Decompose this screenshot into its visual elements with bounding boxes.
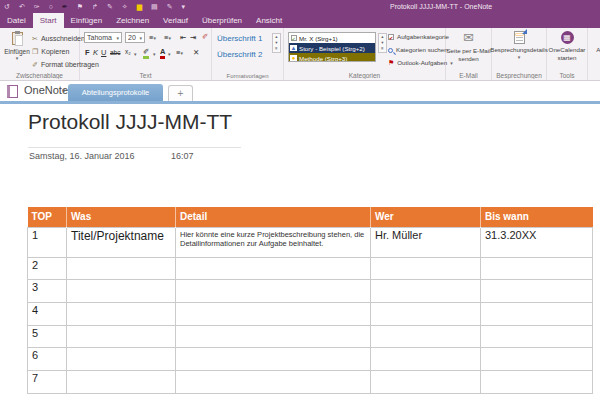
section-tab-abteilungsprotokolle[interactable]: Abteilungsprotokolle bbox=[68, 84, 163, 101]
pen-icon[interactable]: ✎ bbox=[107, 0, 113, 13]
header-top[interactable]: TOP bbox=[28, 207, 67, 227]
cell-top[interactable]: 2 bbox=[28, 257, 67, 280]
outlook-tasks-button[interactable]: ⚑Outlook-Aufgaben▾ bbox=[388, 58, 453, 68]
header-detail[interactable]: Detail bbox=[176, 207, 371, 227]
bold-button[interactable]: F bbox=[85, 48, 90, 57]
numbered-list-button[interactable]: ≡▾ bbox=[164, 33, 171, 42]
spin-more-icon: ≡ bbox=[379, 46, 386, 52]
notebook-dropdown-icon[interactable]: ▾ bbox=[62, 87, 66, 95]
cell-bis[interactable] bbox=[481, 280, 593, 303]
tab-start[interactable]: Start bbox=[33, 13, 64, 28]
cell-top[interactable]: 4 bbox=[28, 302, 67, 325]
styles-spinner[interactable]: ▴ ▾ ≡ bbox=[272, 33, 281, 53]
category-mrx[interactable]: ✔ Mr. X (Strg+1) bbox=[289, 33, 375, 43]
flag-icon[interactable]: ⚑ bbox=[77, 0, 83, 13]
font-size-select[interactable]: 20 ▾ bbox=[125, 32, 145, 43]
cell-detail[interactable] bbox=[176, 302, 371, 325]
cell-bis[interactable]: 31.3.20XX bbox=[481, 227, 593, 257]
outdent-button[interactable]: ⇤ bbox=[180, 33, 186, 42]
cell-bis[interactable] bbox=[481, 348, 593, 371]
cell-detail[interactable] bbox=[176, 280, 371, 303]
black-pen-icon[interactable]: ✒ bbox=[62, 0, 68, 13]
cell-wer[interactable]: Hr. Müller bbox=[371, 227, 481, 257]
tab-verlauf[interactable]: Verlauf bbox=[156, 13, 195, 28]
email-page-button[interactable]: ✉ Seite per E-Mail senden bbox=[446, 31, 491, 62]
page-title[interactable]: Protokoll JJJJ-MM-TT bbox=[28, 110, 232, 134]
style-ueberschrift1[interactable]: Überschrift 1 bbox=[217, 34, 262, 43]
task-category-button[interactable]: ✔Aufgabenkategorie bbox=[388, 32, 453, 42]
script-dropdown-icon[interactable]: ▾ bbox=[134, 51, 137, 57]
cell-wer[interactable] bbox=[371, 257, 481, 280]
category-methode[interactable]: ● Methode (Strg+3) bbox=[289, 53, 375, 62]
favorite-pen-icon[interactable]: ✑ bbox=[34, 0, 40, 13]
cell-wer[interactable] bbox=[371, 348, 481, 371]
bullet-list-button[interactable]: ≡▾ bbox=[149, 33, 156, 42]
paragraph-align-button[interactable]: ≡▾ bbox=[176, 48, 183, 57]
move-page-icon[interactable]: ↱ bbox=[92, 0, 98, 13]
strikethrough-button[interactable]: abc bbox=[110, 49, 120, 56]
undo-icon[interactable]: ↶ bbox=[19, 0, 25, 13]
text-highlight-dropdown-icon[interactable]: ▾ bbox=[153, 51, 156, 57]
cell-detail[interactable] bbox=[176, 257, 371, 280]
style-ueberschrift2[interactable]: Überschrift 2 bbox=[217, 50, 262, 59]
cell-was[interactable] bbox=[67, 302, 176, 325]
header-was[interactable]: Was bbox=[67, 207, 176, 227]
cell-was[interactable] bbox=[67, 280, 176, 303]
pen-gallery-icon[interactable]: ✎ bbox=[167, 0, 173, 13]
category-methode-label: Methode (Strg+3) bbox=[299, 55, 347, 62]
text-highlight-button[interactable]: ✐ bbox=[143, 47, 149, 59]
cell-was[interactable] bbox=[67, 348, 176, 371]
font-color-button[interactable]: A bbox=[160, 47, 165, 59]
category-story[interactable]: ▲ Story - Beispiel (Strg+2) bbox=[289, 43, 375, 53]
cell-bis[interactable] bbox=[481, 370, 593, 393]
highlighter-icon[interactable]: ▆ bbox=[137, 0, 142, 13]
tab-zeichnen[interactable]: Zeichnen bbox=[109, 13, 156, 28]
cell-top[interactable]: 5 bbox=[28, 325, 67, 348]
indent-button[interactable]: ⇥ bbox=[190, 33, 196, 42]
cell-was[interactable]: Titel/Projektname bbox=[67, 227, 176, 257]
cell-was[interactable] bbox=[67, 370, 176, 393]
clear-formatting-button[interactable]: ✕ bbox=[193, 48, 199, 57]
cell-wer[interactable] bbox=[371, 370, 481, 393]
tab-ansicht[interactable]: Ansicht bbox=[249, 13, 289, 28]
underline-button[interactable]: U bbox=[101, 48, 106, 57]
find-tags-button[interactable]: Kategorien suchen bbox=[388, 45, 453, 55]
cell-detail[interactable] bbox=[176, 348, 371, 371]
cell-wer[interactable] bbox=[371, 325, 481, 348]
cell-detail[interactable] bbox=[176, 370, 371, 393]
cell-wer[interactable] bbox=[371, 302, 481, 325]
cell-detail[interactable]: Hier könnte eine kurze Projektbeschreibu… bbox=[176, 227, 371, 257]
cell-top[interactable]: 6 bbox=[28, 348, 67, 371]
cell-bis[interactable] bbox=[481, 325, 593, 348]
cell-bis[interactable] bbox=[481, 302, 593, 325]
font-name-select[interactable]: Tahoma ▾ bbox=[84, 32, 122, 43]
cell-top[interactable]: 3 bbox=[28, 280, 67, 303]
cell-bis[interactable] bbox=[481, 257, 593, 280]
cell-top[interactable]: 1 bbox=[28, 227, 67, 257]
meeting-details-button[interactable]: Besprechungsdetails ▾ bbox=[492, 31, 546, 60]
tab-datei[interactable]: Datei bbox=[0, 13, 33, 28]
header-bis-wann[interactable]: Bis wann bbox=[481, 207, 593, 227]
highlight-pen-icon[interactable]: ✐ bbox=[202, 32, 208, 41]
table-row: 2 bbox=[28, 257, 593, 280]
notebook-icon[interactable]: ▤ bbox=[151, 0, 158, 13]
italic-button[interactable]: K bbox=[93, 48, 98, 57]
tab-ueberpruefen[interactable]: Überprüfen bbox=[195, 13, 249, 28]
onecalendar-button[interactable]: ▦ OneCalendar starten bbox=[547, 31, 587, 61]
font-color-dropdown-icon[interactable]: ▾ bbox=[168, 51, 171, 57]
cell-detail[interactable] bbox=[176, 325, 371, 348]
lasso-select-icon[interactable]: ○ bbox=[49, 0, 53, 13]
qat-customize-icon[interactable]: ▾ bbox=[182, 0, 186, 13]
add-section-tab[interactable]: + bbox=[168, 85, 193, 101]
pin-to-desktop-button[interactable]: N An Deskto pinnen bbox=[588, 31, 600, 61]
cell-top[interactable]: 7 bbox=[28, 370, 67, 393]
category-spinner[interactable]: ▴ ▾ ≡ bbox=[378, 33, 387, 53]
cell-wer[interactable] bbox=[371, 280, 481, 303]
header-wer[interactable]: Wer bbox=[371, 207, 481, 227]
subscript-button[interactable]: x₂ bbox=[125, 48, 131, 55]
cell-was[interactable] bbox=[67, 325, 176, 348]
touch-mode-icon[interactable]: ↺ bbox=[4, 0, 10, 13]
paste-button[interactable]: Einfügen ▾ bbox=[4, 32, 30, 74]
tab-einfuegen[interactable]: Einfügen bbox=[64, 13, 110, 28]
cell-was[interactable] bbox=[67, 257, 176, 280]
